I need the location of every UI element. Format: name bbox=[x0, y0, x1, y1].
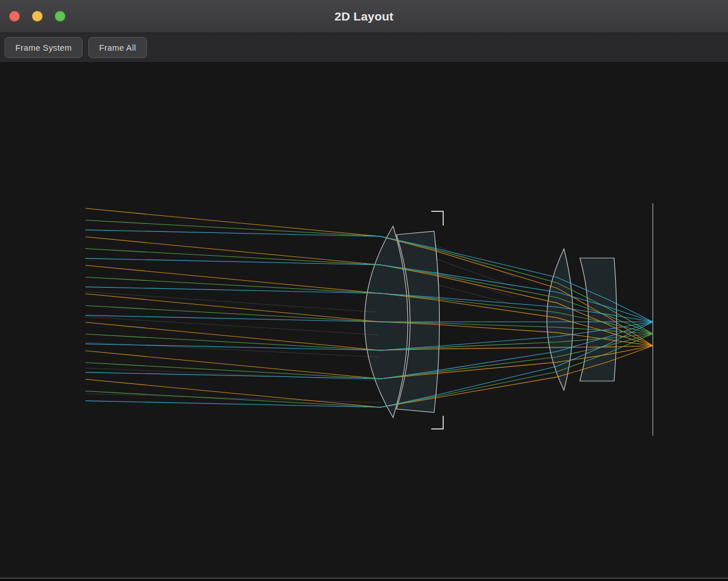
vignetted-ray bbox=[437, 285, 510, 304]
stop-bracket-bottom bbox=[431, 416, 443, 429]
frame-system-button[interactable]: Frame System bbox=[5, 37, 83, 58]
layout-canvas[interactable] bbox=[0, 63, 728, 578]
vignetted-ray bbox=[435, 246, 516, 277]
zoom-button[interactable] bbox=[55, 11, 66, 22]
optical-layout-svg bbox=[0, 63, 728, 578]
titlebar: 2D Layout bbox=[0, 0, 728, 33]
app-window: 2D Layout Frame System Frame All bbox=[0, 0, 728, 581]
vignetted-ray bbox=[87, 394, 381, 403]
close-button[interactable] bbox=[9, 11, 20, 22]
rear-group-element-2 bbox=[580, 258, 617, 381]
traffic-lights bbox=[9, 0, 66, 32]
rear-group-element-1 bbox=[547, 249, 573, 390]
window-title: 2D Layout bbox=[334, 10, 393, 23]
frame-all-button[interactable]: Frame All bbox=[88, 37, 147, 58]
minimize-button[interactable] bbox=[32, 11, 43, 22]
vignetted-ray bbox=[84, 292, 377, 312]
toolbar: Frame System Frame All bbox=[0, 33, 728, 63]
stop-bracket-top bbox=[431, 211, 443, 226]
window-bottom-edge bbox=[0, 578, 728, 581]
